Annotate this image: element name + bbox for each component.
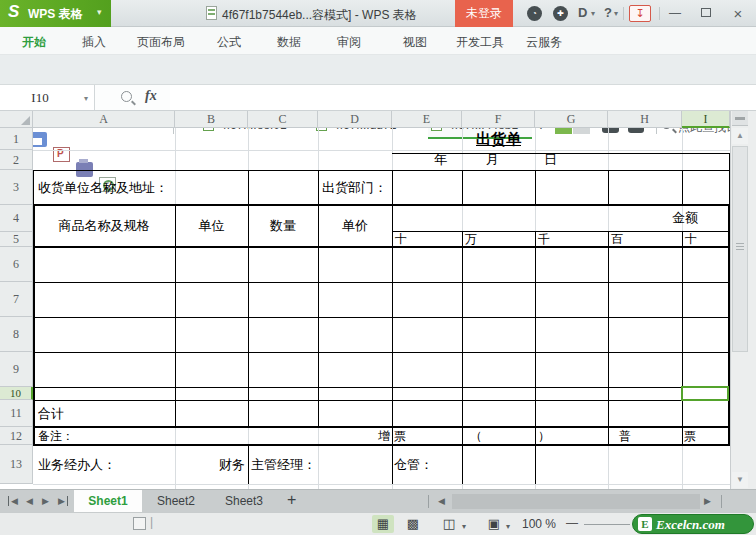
row-header-1[interactable]: 1 [0, 128, 33, 150]
row-header-3[interactable]: 3 [0, 170, 33, 205]
cell-digit-shi2[interactable]: 十 [685, 232, 697, 247]
cell-col-product[interactable]: 商品名称及规格 [33, 205, 175, 247]
maximize-button[interactable] [695, 0, 717, 27]
chevron-down-icon[interactable]: ▾ [462, 522, 466, 531]
cell-digit-bai[interactable]: 百 [611, 232, 623, 247]
row-header-2[interactable]: 2 [0, 150, 33, 170]
cell-note-piao-b[interactable]: 票 [684, 427, 696, 445]
cell-note-zeng[interactable]: 增 [318, 427, 390, 445]
sheet-tab-sheet3[interactable]: Sheet3 [210, 490, 278, 513]
tab-home[interactable]: 开始 [22, 34, 46, 51]
freeze-panes-button[interactable]: ▣ [483, 515, 505, 533]
row-header-5[interactable]: 5 [0, 232, 33, 247]
horizontal-scrollbar[interactable] [452, 494, 700, 509]
cell-note-piao-a[interactable]: 票 [394, 427, 406, 445]
prev-sheet-icon[interactable]: ◀ [26, 496, 33, 506]
tab-cloud[interactable]: 云服务 [526, 34, 562, 51]
formula-input[interactable] [170, 85, 756, 110]
row-header-7[interactable]: 7 [0, 282, 33, 317]
cell-col-unit[interactable]: 单位 [175, 205, 248, 247]
row-header-6[interactable]: 6 [0, 247, 33, 282]
cell-col-price[interactable]: 单价 [318, 205, 392, 247]
cell-total-label[interactable]: 合计 [38, 400, 64, 427]
scroll-up-icon[interactable]: ▲ [732, 128, 748, 144]
tab-page-layout[interactable]: 页面布局 [137, 34, 185, 51]
row-header-8[interactable]: 8 [0, 317, 33, 352]
page-mode-icon[interactable] [133, 517, 146, 530]
next-sheet-icon[interactable]: ▶ [42, 496, 49, 506]
name-box[interactable]: I10 ▾ [0, 85, 95, 110]
column-header-h[interactable]: H [608, 111, 682, 128]
column-header-a[interactable]: A [33, 111, 175, 128]
column-header-f[interactable]: F [462, 111, 535, 128]
zoom-out-button[interactable]: — [566, 516, 578, 530]
scroll-down-icon[interactable]: ▼ [732, 472, 748, 488]
tab-developer[interactable]: 开发工具 [456, 34, 504, 51]
column-header-c[interactable]: C [248, 111, 318, 128]
minimize-button[interactable]: — [664, 0, 686, 27]
cell-year[interactable]: 年 [434, 150, 447, 170]
tab-view[interactable]: 视图 [403, 34, 427, 51]
last-sheet-icon[interactable]: ▶ [58, 496, 68, 506]
close-button[interactable]: × [727, 0, 749, 27]
find-icon[interactable] [121, 91, 132, 102]
cell-warehouse-label[interactable]: 仓管： [394, 445, 433, 484]
tab-insert[interactable]: 插入 [82, 34, 106, 51]
column-header-b[interactable]: B [175, 111, 248, 128]
tab-data[interactable]: 数据 [277, 34, 301, 51]
cell-note-label[interactable]: 备注： [38, 427, 74, 445]
cell-digit-wan[interactable]: 万 [465, 232, 477, 247]
column-header-d[interactable]: D [318, 111, 392, 128]
normal-view-button[interactable]: ▦ [372, 515, 394, 533]
select-all-corner[interactable] [0, 111, 33, 128]
cell-department-label[interactable]: 出货部门： [322, 170, 387, 205]
help-button[interactable]: ? [604, 5, 612, 20]
download-icon[interactable]: ↧ [629, 5, 651, 22]
cell-finance-label[interactable]: 财务 [175, 445, 245, 484]
pagebreak-view-button[interactable]: ▩ [402, 515, 424, 533]
chevron-down-icon[interactable]: ▾ [506, 522, 510, 531]
cell-handler-label[interactable]: 业务经办人： [38, 445, 116, 484]
vertical-scrollbar[interactable]: ▲ ▼ [730, 111, 756, 489]
skin-icon[interactable]: ◔ [527, 6, 542, 21]
scroll-left-icon[interactable]: ◀ [438, 496, 445, 506]
split-window-button[interactable]: ◫ [438, 515, 460, 533]
vertical-scroll-thumb[interactable] [732, 146, 748, 352]
cell-note-paren-open[interactable]: （ [470, 427, 482, 445]
cell-consignee-label[interactable]: 收货单位名称及地址： [38, 170, 168, 205]
cell-month[interactable]: 月 [486, 150, 499, 170]
zoom-slider[interactable] [584, 524, 630, 525]
row-header-4[interactable]: 4 [0, 205, 33, 232]
tab-formulas[interactable]: 公式 [217, 34, 241, 51]
docer-button[interactable]: D [578, 5, 587, 20]
split-handle[interactable] [732, 111, 748, 126]
sheet-tab-sheet2[interactable]: Sheet2 [142, 490, 210, 513]
cell-day[interactable]: 日 [544, 150, 557, 170]
row-header-12[interactable]: 12 [0, 427, 33, 445]
row-header-13[interactable]: 13 [0, 445, 33, 484]
first-sheet-icon[interactable]: ◀ [8, 496, 18, 506]
add-sheet-button[interactable]: + [287, 491, 296, 509]
cell-col-qty[interactable]: 数量 [248, 205, 318, 247]
cell-digit-qian[interactable]: 千 [538, 232, 550, 247]
sheet-tab-sheet1[interactable]: Sheet1 [74, 490, 142, 513]
login-button[interactable]: 未登录 [455, 0, 513, 27]
column-header-g[interactable]: G [535, 111, 608, 128]
cell-note-paren-close[interactable]: ） [538, 427, 550, 445]
column-header-i[interactable]: I [682, 111, 730, 128]
cell-digit-shi1[interactable]: 十 [395, 232, 407, 247]
scroll-right-icon[interactable]: ▶ [704, 496, 711, 506]
row-header-11[interactable]: 11 [0, 400, 33, 427]
row-header-10[interactable]: 10 [0, 387, 33, 400]
wps-menu-button[interactable]: S WPS 表格 ▾ [0, 0, 111, 27]
column-header-e[interactable]: E [392, 111, 462, 128]
selected-cell-i10[interactable] [681, 386, 729, 401]
cell-title[interactable]: 出货单 [462, 128, 535, 150]
theme-icon[interactable]: ✚ [553, 6, 568, 21]
cell-note-pu[interactable]: 普 [619, 427, 631, 445]
cell-manager-label[interactable]: 主管经理： [251, 445, 316, 484]
cell-col-amount[interactable]: 金额 [392, 205, 730, 231]
chevron-down-icon[interactable]: ▾ [84, 94, 88, 103]
tab-review[interactable]: 审阅 [337, 34, 361, 51]
row-header-9[interactable]: 9 [0, 352, 33, 387]
